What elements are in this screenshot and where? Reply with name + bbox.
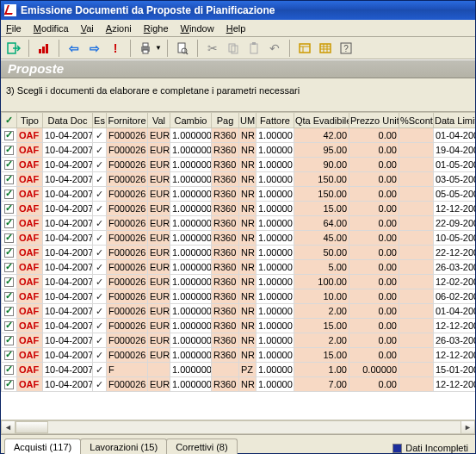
- cell-val[interactable]: EUR: [148, 333, 170, 348]
- menu-righe[interactable]: Righe: [144, 23, 169, 34]
- cell-val[interactable]: EUR: [148, 172, 170, 187]
- cell-um[interactable]: PZ: [239, 363, 257, 377]
- cell-fornitore[interactable]: F000026: [107, 172, 148, 187]
- table-row[interactable]: OAF10-04-2007✓F000026EUR1.000000R360NR1.…: [2, 275, 476, 289]
- cell-cambio[interactable]: 1.000000: [170, 260, 212, 275]
- cell-data-doc[interactable]: 10-04-2007: [43, 246, 93, 260]
- cell-um[interactable]: NR: [239, 158, 257, 172]
- table-row[interactable]: OAF10-04-2007✓F000026EUR1.000000R360NR1.…: [2, 231, 476, 246]
- table-row[interactable]: OAF10-04-2007✓F000026EUR1.000000R360NR1.…: [2, 158, 476, 172]
- cell-pag[interactable]: R360: [212, 289, 239, 304]
- cell-fornitore[interactable]: F000026: [107, 158, 148, 172]
- cell-prezzo[interactable]: 0.00: [349, 202, 399, 216]
- cell-fornitore[interactable]: F000026: [107, 187, 148, 202]
- cell-um[interactable]: NR: [239, 289, 257, 304]
- cell-qta[interactable]: 50.00: [294, 246, 349, 260]
- tab-lavorazioni[interactable]: Lavorazioni (15): [80, 438, 167, 454]
- cell-cambio[interactable]: 1.000000: [170, 202, 212, 216]
- cell-check[interactable]: [2, 363, 17, 377]
- cell-prezzo[interactable]: 0.00: [349, 319, 399, 333]
- cell-check[interactable]: [2, 260, 17, 275]
- cell-sconto[interactable]: [399, 231, 434, 246]
- cell-es[interactable]: ✓: [93, 363, 107, 377]
- cell-pag[interactable]: R360: [212, 172, 239, 187]
- cell-cambio[interactable]: 1.000000: [170, 304, 212, 319]
- table-row[interactable]: OAF10-04-2007✓F000026EUR1.000000R360NR1.…: [2, 333, 476, 348]
- col-val[interactable]: Val: [148, 113, 170, 128]
- preview-icon[interactable]: [173, 39, 192, 58]
- cell-fattore[interactable]: 1.00000: [257, 363, 294, 377]
- cell-cambio[interactable]: 1.000000: [170, 216, 212, 231]
- cell-prezzo[interactable]: 0.00: [349, 187, 399, 202]
- cell-pag[interactable]: R360: [212, 333, 239, 348]
- table-row[interactable]: OAF10-04-2007✓F000026EUR1.000000R360NR1.…: [2, 289, 476, 304]
- cell-data-limite[interactable]: 03-05-2005: [434, 172, 476, 187]
- cell-fornitore[interactable]: F000026: [107, 289, 148, 304]
- cell-val[interactable]: EUR: [148, 289, 170, 304]
- cell-prezzo[interactable]: 0.00: [349, 260, 399, 275]
- cell-fornitore[interactable]: F000026: [107, 333, 148, 348]
- cut-icon[interactable]: ✂: [203, 39, 222, 58]
- cell-data-limite[interactable]: 01-05-2005: [434, 158, 476, 172]
- cell-sconto[interactable]: [399, 143, 434, 158]
- cell-data-doc[interactable]: 10-04-2007: [43, 202, 93, 216]
- cell-data-doc[interactable]: 10-04-2007: [43, 187, 93, 202]
- cell-sconto[interactable]: [399, 128, 434, 143]
- cell-check[interactable]: [2, 158, 17, 172]
- cell-data-doc[interactable]: 10-04-2007: [43, 289, 93, 304]
- scroll-right-icon[interactable]: ►: [461, 420, 475, 434]
- cell-data-limite[interactable]: 22-09-2005: [434, 216, 476, 231]
- cell-val[interactable]: EUR: [148, 143, 170, 158]
- cell-val[interactable]: [148, 363, 170, 377]
- cell-data-limite[interactable]: 12-02-2007: [434, 275, 476, 289]
- cell-cambio[interactable]: 1.000000: [170, 348, 212, 363]
- chart-icon[interactable]: [34, 39, 53, 58]
- cell-check[interactable]: [2, 333, 17, 348]
- cell-data-limite[interactable]: 12-12-2005: [434, 348, 476, 363]
- col-es[interactable]: Es: [93, 113, 107, 128]
- cell-prezzo[interactable]: 0.00: [349, 333, 399, 348]
- col-check[interactable]: ✓: [2, 113, 17, 128]
- cell-sconto[interactable]: [399, 246, 434, 260]
- cell-qta[interactable]: 10.00: [294, 289, 349, 304]
- table-row[interactable]: OAF10-04-2007✓F1.000000PZ1.000001.000.00…: [2, 363, 476, 377]
- cell-data-doc[interactable]: 10-04-2007: [43, 260, 93, 275]
- cell-um[interactable]: NR: [239, 143, 257, 158]
- cell-fornitore[interactable]: F000026: [107, 216, 148, 231]
- cell-um[interactable]: NR: [239, 275, 257, 289]
- cell-check[interactable]: [2, 231, 17, 246]
- cell-data-limite[interactable]: 12-12-2005: [434, 377, 476, 392]
- cell-qta[interactable]: 90.00: [294, 158, 349, 172]
- cell-fornitore[interactable]: F000026: [107, 202, 148, 216]
- cell-check[interactable]: [2, 275, 17, 289]
- col-sconto[interactable]: %Sconto: [399, 113, 434, 128]
- cell-sconto[interactable]: [399, 319, 434, 333]
- cell-prezzo[interactable]: 0.00: [349, 231, 399, 246]
- cell-prezzo[interactable]: 0.00: [349, 143, 399, 158]
- cell-cambio[interactable]: 1.000000: [170, 319, 212, 333]
- cell-um[interactable]: NR: [239, 172, 257, 187]
- cell-data-limite[interactable]: 05-05-2005: [434, 187, 476, 202]
- table-row[interactable]: OAF10-04-2007✓F000026EUR1.000000R360NR1.…: [2, 246, 476, 260]
- cell-fattore[interactable]: 1.00000: [257, 304, 294, 319]
- back-icon[interactable]: ⇦: [65, 39, 83, 58]
- cell-prezzo[interactable]: 0.00: [349, 304, 399, 319]
- cell-um[interactable]: NR: [239, 216, 257, 231]
- cell-val[interactable]: EUR: [148, 304, 170, 319]
- cell-fattore[interactable]: 1.00000: [257, 143, 294, 158]
- cell-um[interactable]: NR: [239, 319, 257, 333]
- cell-qta[interactable]: 150.00: [294, 172, 349, 187]
- cell-fattore[interactable]: 1.00000: [257, 216, 294, 231]
- cell-um[interactable]: NR: [239, 304, 257, 319]
- cell-tipo[interactable]: OAF: [17, 363, 43, 377]
- table-row[interactable]: OAF10-04-2007✓F000026EUR1.000000R360NR1.…: [2, 304, 476, 319]
- cell-qta[interactable]: 42.00: [294, 128, 349, 143]
- cell-fattore[interactable]: 1.00000: [257, 128, 294, 143]
- menu-modifica[interactable]: Modifica: [34, 23, 69, 34]
- cell-fornitore[interactable]: F000026: [107, 348, 148, 363]
- cell-tipo[interactable]: OAF: [17, 246, 43, 260]
- cell-es[interactable]: ✓: [93, 377, 107, 392]
- cell-um[interactable]: NR: [239, 128, 257, 143]
- cell-val[interactable]: EUR: [148, 348, 170, 363]
- cell-data-limite[interactable]: 01-04-2005: [434, 304, 476, 319]
